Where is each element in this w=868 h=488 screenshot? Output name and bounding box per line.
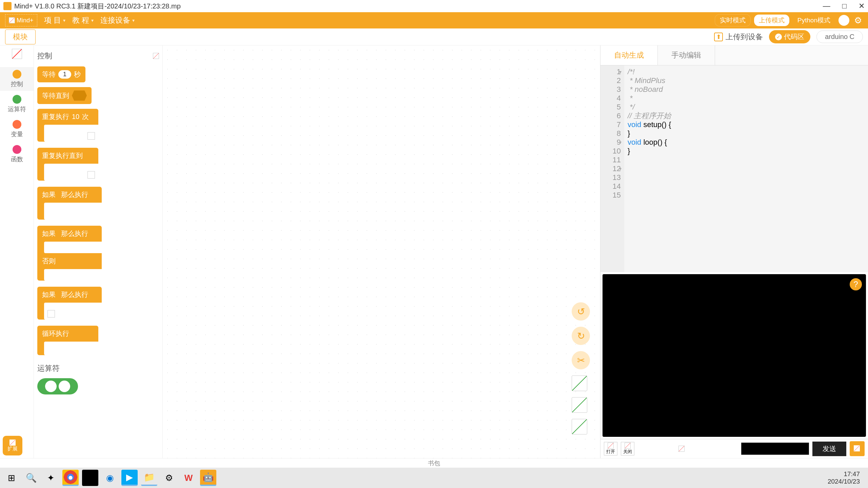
- chevron-down-icon: ▾: [91, 18, 94, 23]
- user-avatar[interactable]: [839, 15, 849, 26]
- python-mode-button[interactable]: Python模式: [793, 15, 835, 26]
- block-repeat-times[interactable]: 重复执行10次: [37, 109, 98, 142]
- logo-icon: [9, 17, 15, 23]
- redo-button[interactable]: ↻: [572, 327, 590, 345]
- category-label: 控制: [11, 80, 23, 88]
- operand-slot[interactable]: [45, 381, 57, 392]
- loop-end-icon: [87, 171, 95, 179]
- serial-close-button[interactable]: 关闭: [621, 442, 634, 455]
- window-titlebar: Mind+ V1.8.0 RC3.1 新建项目-2024/10/23-17:23…: [0, 0, 868, 12]
- maximize-button[interactable]: □: [842, 2, 847, 11]
- code-panel: 自动生成 手动编辑 1▾2345678 9▾101112▾131415 /*! …: [600, 45, 868, 458]
- category-functions[interactable]: 函数: [0, 142, 34, 166]
- menu-project[interactable]: 项 目▾: [44, 15, 65, 25]
- repeat-value-input[interactable]: 10: [72, 113, 79, 121]
- backpack-label: 书包: [428, 460, 440, 467]
- block-wait-seconds[interactable]: 等待 1 秒: [37, 66, 85, 82]
- windows-taskbar: ⊞ 🔍 ✦ ● ◉ ▶ 📁 ⚙ W 🤖 17:47 2024/10/23: [0, 468, 868, 488]
- block-forever[interactable]: 循环执行: [37, 326, 98, 355]
- realtime-mode-button[interactable]: 实时模式: [715, 14, 751, 26]
- close-button[interactable]: ✕: [859, 2, 865, 11]
- boolean-slot[interactable]: [72, 90, 87, 101]
- taskbar-edge[interactable]: ◉: [102, 470, 118, 486]
- line-gutter: 1▾2345678 9▾101112▾131415: [600, 65, 624, 272]
- start-button[interactable]: ⊞: [3, 470, 20, 486]
- app-icon: [3, 2, 12, 10]
- extension-icon: [9, 440, 16, 446]
- menu-connect[interactable]: 连接设备▾: [100, 15, 135, 25]
- menubar: Mind+ 项 目▾ 教 程▾ 连接设备▾ 实时模式 上传模式 Python模式…: [0, 12, 868, 28]
- code-body: /*! * MindPlus * noBoard * */ // 主程序开始 v…: [624, 65, 868, 272]
- taskbar-settings[interactable]: ⚙: [161, 470, 177, 486]
- break-icon: [47, 310, 55, 318]
- palette-icon[interactable]: [153, 53, 159, 59]
- send-button[interactable]: 发送: [812, 442, 846, 456]
- category-label: 函数: [11, 155, 23, 163]
- palette-title: 控制: [37, 51, 52, 61]
- loop-end-icon: [87, 132, 95, 140]
- serial-open-button[interactable]: 打开: [604, 442, 617, 455]
- code-tabs: 自动生成 手动编辑: [600, 45, 868, 65]
- extension-button[interactable]: 扩展: [3, 436, 22, 455]
- cleanup-button[interactable]: ✂: [572, 351, 590, 369]
- code-area-button[interactable]: 代码区: [769, 30, 810, 43]
- taskbar-chrome[interactable]: ●: [62, 470, 79, 486]
- upload-mode-button[interactable]: 上传模式: [754, 15, 789, 26]
- menu-tutorial[interactable]: 教 程▾: [72, 15, 94, 25]
- close-icon: [625, 443, 631, 449]
- serial-setting-icon[interactable]: [678, 446, 685, 452]
- block-repeat-until[interactable]: 重复执行直到: [37, 148, 98, 181]
- block-if-then-break[interactable]: 如果那么执行: [37, 287, 102, 320]
- code-editor[interactable]: 1▾2345678 9▾101112▾131415 /*! * MindPlus…: [600, 65, 868, 272]
- window-title: Mind+ V1.8.0 RC3.1 新建项目-2024/10/23-17:23…: [14, 2, 181, 11]
- upload-to-device-button[interactable]: ⬆ 上传到设备: [714, 32, 763, 42]
- category-control[interactable]: 控制: [0, 67, 34, 91]
- taskbar-app[interactable]: ✦: [43, 470, 59, 486]
- serial-terminal[interactable]: ?: [603, 274, 866, 437]
- chevron-down-icon: ▾: [132, 18, 135, 23]
- zoom-reset-button[interactable]: [572, 419, 587, 434]
- app-logo[interactable]: Mind+: [5, 14, 37, 26]
- workspace-canvas[interactable]: ↺ ↻ ✂: [163, 45, 600, 458]
- taskbar-wps[interactable]: W: [180, 470, 197, 486]
- block-operator-add[interactable]: [37, 378, 78, 394]
- chevron-down-icon: ▾: [63, 18, 65, 23]
- category-dot-icon: [13, 70, 21, 79]
- tab-manual-edit[interactable]: 手动编辑: [658, 45, 715, 65]
- logo-text: Mind+: [17, 17, 34, 24]
- category-label: 运算符: [8, 105, 26, 113]
- module-tab[interactable]: 模块: [5, 29, 36, 44]
- system-tray[interactable]: 17:47 2024/10/23: [828, 470, 865, 485]
- taskbar-mindplus[interactable]: 🤖: [200, 470, 216, 486]
- operand-slot[interactable]: [59, 381, 70, 392]
- sub-toolbar: 模块 ⬆ 上传到设备 代码区 arduino C: [0, 28, 868, 45]
- minimize-button[interactable]: —: [823, 2, 830, 11]
- upload-to-device-label: 上传到设备: [726, 32, 763, 42]
- upload-icon: ⬆: [714, 33, 723, 41]
- serial-clear-button[interactable]: [850, 441, 865, 456]
- wait-value-input[interactable]: 1: [58, 70, 71, 79]
- clear-icon: [854, 445, 860, 451]
- sprite-icon[interactable]: [12, 49, 22, 59]
- serial-input[interactable]: [741, 443, 809, 455]
- taskbar-terminal[interactable]: [82, 470, 98, 486]
- taskbar-app-blue[interactable]: ▶: [121, 470, 138, 486]
- category-variables[interactable]: 变量: [0, 117, 34, 141]
- help-button[interactable]: ?: [850, 278, 862, 290]
- block-if-then[interactable]: 如果那么执行: [37, 187, 102, 220]
- category-operators[interactable]: 运算符: [0, 92, 34, 116]
- zoom-in-button[interactable]: [572, 375, 587, 391]
- block-wait-until[interactable]: 等待直到: [37, 87, 92, 104]
- backpack-bar[interactable]: 书包: [0, 458, 868, 468]
- taskbar-explorer[interactable]: 📁: [141, 470, 157, 486]
- language-pill[interactable]: arduino C: [816, 30, 863, 43]
- block-if-else[interactable]: 如果那么执行 否则: [37, 226, 102, 281]
- category-dot-icon: [13, 145, 21, 154]
- zoom-out-button[interactable]: [572, 397, 587, 413]
- settings-icon[interactable]: ⚙: [853, 15, 863, 25]
- operators-section-title: 运算符: [37, 363, 159, 373]
- tab-auto-generate[interactable]: 自动生成: [600, 45, 658, 65]
- search-button[interactable]: 🔍: [23, 470, 39, 486]
- undo-button[interactable]: ↺: [572, 302, 590, 321]
- terminal-toolbar: 打开 关闭 发送: [600, 439, 868, 458]
